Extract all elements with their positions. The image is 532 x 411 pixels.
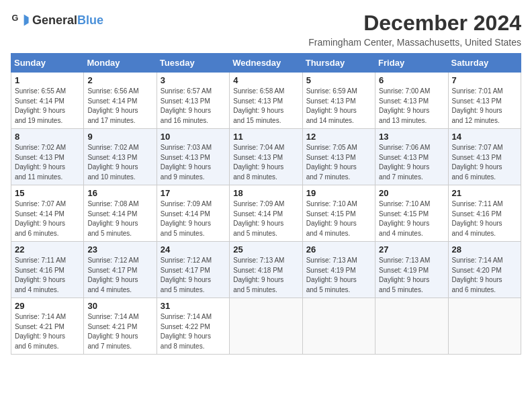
day-info: Sunrise: 7:04 AM Sunset: 4:13 PM Dayligh… [233,143,298,182]
calendar-day-cell: 2Sunrise: 6:56 AM Sunset: 4:14 PM Daylig… [84,73,157,129]
day-number: 20 [379,188,444,198]
day-number: 27 [379,244,444,255]
day-number: 1 [15,75,80,85]
day-number: 14 [452,132,517,142]
day-number: 21 [452,188,517,198]
calendar-day-cell: 16Sunrise: 7:08 AM Sunset: 4:14 PM Dayli… [84,185,157,242]
day-info: Sunrise: 7:07 AM Sunset: 4:14 PM Dayligh… [15,199,80,238]
day-info: Sunrise: 7:11 AM Sunset: 4:16 PM Dayligh… [15,256,80,295]
day-number: 8 [15,132,80,142]
day-info: Sunrise: 7:13 AM Sunset: 4:19 PM Dayligh… [306,256,371,295]
day-number: 30 [87,301,152,311]
day-number: 12 [306,132,371,142]
calendar-day-cell: 4Sunrise: 6:58 AM Sunset: 4:13 PM Daylig… [230,73,302,129]
day-number: 16 [87,188,152,198]
calendar-day-cell: 26Sunrise: 7:13 AM Sunset: 4:19 PM Dayli… [302,242,375,298]
calendar-table: SundayMondayTuesdayWednesdayThursdayFrid… [11,53,521,355]
day-info: Sunrise: 7:09 AM Sunset: 4:14 PM Dayligh… [161,199,226,238]
day-number: 17 [161,188,226,198]
day-info: Sunrise: 7:14 AM Sunset: 4:21 PM Dayligh… [87,312,152,351]
calendar-day-cell: 19Sunrise: 7:10 AM Sunset: 4:15 PM Dayli… [302,185,375,242]
day-number: 7 [452,75,517,85]
calendar-week-row: 22Sunrise: 7:11 AM Sunset: 4:16 PM Dayli… [11,242,521,298]
calendar-day-cell: 11Sunrise: 7:04 AM Sunset: 4:13 PM Dayli… [230,129,302,185]
calendar-day-cell: 29Sunrise: 7:14 AM Sunset: 4:21 PM Dayli… [11,298,84,355]
day-info: Sunrise: 7:13 AM Sunset: 4:19 PM Dayligh… [379,256,444,295]
day-info: Sunrise: 7:05 AM Sunset: 4:13 PM Dayligh… [306,143,371,182]
day-of-week-header: Tuesday [157,54,229,73]
calendar-day-cell: 8Sunrise: 7:02 AM Sunset: 4:13 PM Daylig… [11,129,84,185]
calendar-day-cell: 27Sunrise: 7:13 AM Sunset: 4:19 PM Dayli… [375,242,448,298]
day-info: Sunrise: 6:59 AM Sunset: 4:13 PM Dayligh… [306,87,371,126]
calendar-day-cell: 31Sunrise: 7:14 AM Sunset: 4:22 PM Dayli… [157,298,229,355]
day-of-week-header: Wednesday [230,54,302,73]
calendar-day-cell: 22Sunrise: 7:11 AM Sunset: 4:16 PM Dayli… [11,242,84,298]
day-number: 5 [306,75,371,85]
day-number: 3 [161,75,226,85]
day-info: Sunrise: 7:14 AM Sunset: 4:20 PM Dayligh… [452,256,517,295]
day-of-week-header: Thursday [302,54,375,73]
day-of-week-header: Friday [375,54,448,73]
day-of-week-header: Saturday [448,54,521,73]
calendar-day-cell [230,298,302,355]
day-of-week-header: Sunday [11,54,84,73]
day-info: Sunrise: 7:00 AM Sunset: 4:13 PM Dayligh… [379,87,444,126]
calendar-day-cell: 9Sunrise: 7:02 AM Sunset: 4:13 PM Daylig… [84,129,157,185]
day-number: 24 [161,244,226,255]
calendar-week-row: 8Sunrise: 7:02 AM Sunset: 4:13 PM Daylig… [11,129,521,185]
header: G GeneralBlue December 2024 Framingham C… [11,11,521,48]
day-number: 9 [87,132,152,142]
day-of-week-header: Monday [84,54,157,73]
day-info: Sunrise: 7:10 AM Sunset: 4:15 PM Dayligh… [306,199,371,238]
calendar-day-cell: 24Sunrise: 7:12 AM Sunset: 4:17 PM Dayli… [157,242,229,298]
calendar-day-cell: 18Sunrise: 7:09 AM Sunset: 4:14 PM Dayli… [230,185,302,242]
day-info: Sunrise: 7:10 AM Sunset: 4:15 PM Dayligh… [379,199,444,238]
calendar-day-cell: 5Sunrise: 6:59 AM Sunset: 4:13 PM Daylig… [302,73,375,129]
day-number: 11 [233,132,298,142]
day-info: Sunrise: 7:09 AM Sunset: 4:14 PM Dayligh… [233,199,298,238]
calendar-day-cell: 21Sunrise: 7:11 AM Sunset: 4:16 PM Dayli… [448,185,521,242]
calendar-day-cell: 28Sunrise: 7:14 AM Sunset: 4:20 PM Dayli… [448,242,521,298]
calendar-day-cell: 13Sunrise: 7:06 AM Sunset: 4:13 PM Dayli… [375,129,448,185]
day-number: 2 [87,75,152,85]
calendar-day-cell: 14Sunrise: 7:07 AM Sunset: 4:13 PM Dayli… [448,129,521,185]
title-block: December 2024 Framingham Center, Massach… [308,11,521,48]
day-info: Sunrise: 7:14 AM Sunset: 4:22 PM Dayligh… [161,312,226,351]
day-number: 15 [15,188,80,198]
day-number: 19 [306,188,371,198]
day-number: 26 [306,244,371,255]
day-number: 22 [15,244,80,255]
day-info: Sunrise: 7:01 AM Sunset: 4:13 PM Dayligh… [452,87,517,126]
calendar-day-cell: 1Sunrise: 6:55 AM Sunset: 4:14 PM Daylig… [11,73,84,129]
calendar-day-cell: 3Sunrise: 6:57 AM Sunset: 4:13 PM Daylig… [157,73,229,129]
day-number: 31 [161,301,226,311]
day-info: Sunrise: 6:55 AM Sunset: 4:14 PM Dayligh… [15,87,80,126]
calendar-day-cell: 10Sunrise: 7:03 AM Sunset: 4:13 PM Dayli… [157,129,229,185]
day-number: 28 [452,244,517,255]
month-title: December 2024 [308,11,521,36]
logo: G GeneralBlue [11,11,103,30]
calendar-day-cell: 15Sunrise: 7:07 AM Sunset: 4:14 PM Dayli… [11,185,84,242]
calendar-day-cell: 23Sunrise: 7:12 AM Sunset: 4:17 PM Dayli… [84,242,157,298]
day-info: Sunrise: 7:02 AM Sunset: 4:13 PM Dayligh… [87,143,152,182]
calendar-day-cell: 25Sunrise: 7:13 AM Sunset: 4:18 PM Dayli… [230,242,302,298]
day-info: Sunrise: 7:03 AM Sunset: 4:13 PM Dayligh… [161,143,226,182]
day-info: Sunrise: 7:02 AM Sunset: 4:13 PM Dayligh… [15,143,80,182]
calendar-day-cell [448,298,521,355]
day-info: Sunrise: 7:06 AM Sunset: 4:13 PM Dayligh… [379,143,444,182]
day-info: Sunrise: 7:13 AM Sunset: 4:18 PM Dayligh… [233,256,298,295]
svg-text:G: G [11,13,18,23]
day-info: Sunrise: 7:08 AM Sunset: 4:14 PM Dayligh… [87,199,152,238]
day-info: Sunrise: 6:58 AM Sunset: 4:13 PM Dayligh… [233,87,298,126]
calendar-day-cell: 20Sunrise: 7:10 AM Sunset: 4:15 PM Dayli… [375,185,448,242]
day-number: 10 [161,132,226,142]
logo-icon: G [11,11,30,30]
day-number: 23 [87,244,152,255]
calendar-week-row: 29Sunrise: 7:14 AM Sunset: 4:21 PM Dayli… [11,298,521,355]
calendar-body: 1Sunrise: 6:55 AM Sunset: 4:14 PM Daylig… [11,73,521,355]
day-info: Sunrise: 7:12 AM Sunset: 4:17 PM Dayligh… [87,256,152,295]
day-info: Sunrise: 7:07 AM Sunset: 4:13 PM Dayligh… [452,143,517,182]
day-info: Sunrise: 6:57 AM Sunset: 4:13 PM Dayligh… [161,87,226,126]
svg-marker-1 [24,15,29,26]
day-number: 4 [233,75,298,85]
